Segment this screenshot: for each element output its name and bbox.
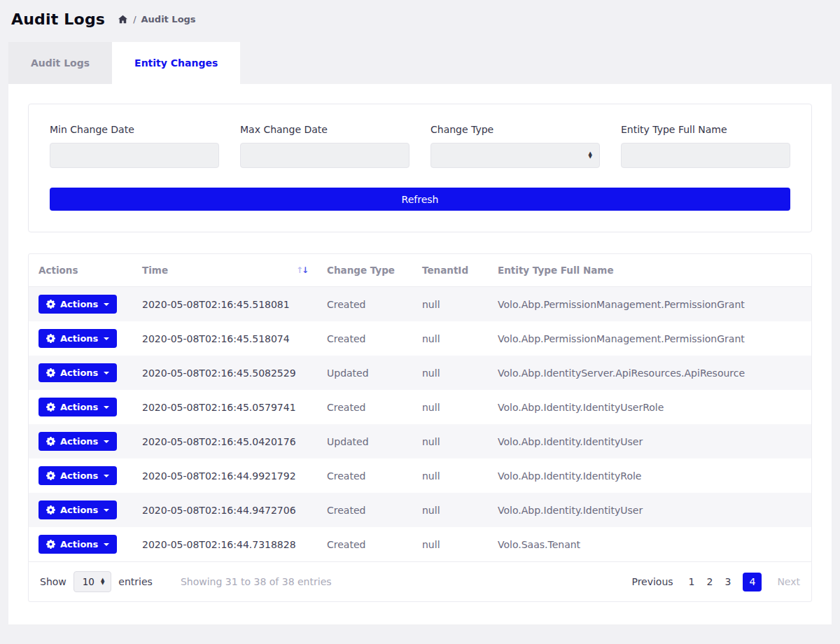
filter-card: Min Change Date Max Change Date Change T… [28,104,812,232]
sort-icon[interactable]: ↑↓ [296,265,307,275]
page-size-value: 10 [83,576,94,587]
row-actions-button[interactable]: Actions [38,295,117,314]
actions-button-label: Actions [60,539,98,550]
pagination-page-2[interactable]: 2 [707,576,713,587]
table-body: Actions2020-05-08T02:16:45.518081Created… [29,287,811,562]
change-type-cell: Updated [317,356,412,390]
table-row: Actions2020-05-08T02:16:44.7318828Create… [29,527,811,561]
select-arrows-icon: ▲▼ [101,578,104,585]
change-type-cell: Created [317,390,412,424]
row-actions-button[interactable]: Actions [38,398,117,416]
pagination-page-1[interactable]: 1 [689,576,695,587]
min-change-date-label: Min Change Date [50,124,219,135]
actions-cell: Actions [29,493,132,527]
gear-icon [46,402,55,412]
time-cell: 2020-05-08T02:16:45.0420176 [132,424,317,458]
entries-summary: Showing 31 to 38 of 38 entries [181,576,332,587]
caret-down-icon [104,509,109,512]
gear-icon [46,437,55,446]
table-row: Actions2020-05-08T02:16:45.518081Created… [29,287,811,322]
header-change-type: Change Type [317,254,412,287]
table-row: Actions2020-05-08T02:16:44.9921792Create… [29,458,811,493]
caret-down-icon [104,440,109,443]
gear-icon [46,505,55,514]
time-cell: 2020-05-08T02:16:44.9472706 [132,493,317,527]
entity-changes-table: Actions Time ↑↓ Change Type TenantId Ent… [28,253,812,602]
home-icon[interactable] [118,15,128,24]
actions-button-label: Actions [60,368,98,378]
header-entity-type: Entity Type Full Name [488,254,811,287]
row-actions-button[interactable]: Actions [38,500,117,519]
header-tenant-id: TenantId [412,254,488,287]
table-row: Actions2020-05-08T02:16:45.5082529Update… [29,356,811,390]
max-change-date-label: Max Change Date [240,124,410,135]
entity-type-cell: Volo.Abp.Identity.IdentityUser [488,424,811,458]
pagination-page-3[interactable]: 3 [724,576,731,587]
entity-type-cell: Volo.Abp.PermissionManagement.Permission… [488,321,811,356]
header-actions: Actions [29,254,132,287]
pagination-next[interactable]: Next [777,576,800,587]
show-label: Show [40,576,66,587]
breadcrumb-current: Audit Logs [141,14,196,24]
filter-min-change-date: Min Change Date [50,124,219,168]
content-card: Min Change Date Max Change Date Change T… [8,84,832,624]
table-footer: Show 10 ▲▼ entries Showing 31 to 38 of 3… [29,561,811,601]
caret-down-icon [104,337,109,340]
gear-icon [46,334,55,343]
tenant-id-cell: null [412,390,488,424]
entity-type-cell: Volo.Abp.Identity.IdentityRole [488,458,811,493]
header-time[interactable]: Time ↑↓ [132,254,317,287]
table-row: Actions2020-05-08T02:16:44.9472706Create… [29,493,811,527]
gear-icon [46,300,55,309]
time-cell: 2020-05-08T02:16:45.518074 [132,321,317,356]
entity-type-cell: Volo.Abp.Identity.IdentityUserRole [488,390,811,424]
change-type-select[interactable]: ▲▼ [430,143,600,168]
tenant-id-cell: null [412,356,488,390]
min-change-date-input[interactable] [57,144,211,167]
tenant-id-cell: null [412,458,488,493]
tenant-id-cell: null [412,287,488,322]
change-type-cell: Updated [317,424,412,458]
tenant-id-cell: null [412,424,488,458]
actions-cell: Actions [29,390,132,424]
caret-down-icon [104,543,109,546]
row-actions-button[interactable]: Actions [38,329,117,348]
refresh-button[interactable]: Refresh [50,188,790,211]
page-size-select[interactable]: 10 ▲▼ [74,571,112,592]
pagination-page-4-active[interactable]: 4 [743,573,762,592]
row-actions-button[interactable]: Actions [38,432,117,451]
row-actions-button[interactable]: Actions [38,363,117,382]
entity-type-cell: Volo.Saas.Tenant [488,527,811,561]
actions-button-label: Actions [60,299,98,309]
tab-audit-logs[interactable]: Audit Logs [8,42,112,84]
actions-cell: Actions [29,458,132,493]
entity-type-input[interactable] [629,144,783,167]
table-row: Actions2020-05-08T02:16:45.518074Created… [29,321,811,356]
tenant-id-cell: null [412,493,488,527]
select-arrows-icon: ▲▼ [589,152,592,159]
time-cell: 2020-05-08T02:16:44.9921792 [132,458,317,493]
entity-type-label: Entity Type Full Name [621,124,790,135]
entries-label: entries [118,576,153,587]
change-type-cell: Created [317,321,412,356]
max-change-date-input[interactable] [248,144,402,167]
caret-down-icon [104,475,109,477]
tab-bar: Audit Logs Entity Changes [8,42,832,84]
pagination: Previous 1 2 3 4 Next [631,573,800,592]
row-actions-button[interactable]: Actions [38,466,117,485]
row-actions-button[interactable]: Actions [38,535,117,554]
actions-button-label: Actions [60,402,98,412]
filter-change-type: Change Type ▲▼ [430,124,600,168]
tab-entity-changes[interactable]: Entity Changes [112,42,240,84]
pagination-previous[interactable]: Previous [631,576,673,587]
entity-type-cell: Volo.Abp.PermissionManagement.Permission… [488,287,811,322]
page-title: Audit Logs [11,10,105,28]
table-header-row: Actions Time ↑↓ Change Type TenantId Ent… [29,254,811,287]
gear-icon [46,540,55,549]
actions-cell: Actions [29,527,132,561]
time-cell: 2020-05-08T02:16:45.5082529 [132,356,317,390]
entity-type-cell: Volo.Abp.IdentityServer.ApiResources.Api… [488,356,811,390]
actions-cell: Actions [29,356,132,390]
breadcrumb: / Audit Logs [118,14,195,24]
time-cell: 2020-05-08T02:16:45.0579741 [132,390,317,424]
